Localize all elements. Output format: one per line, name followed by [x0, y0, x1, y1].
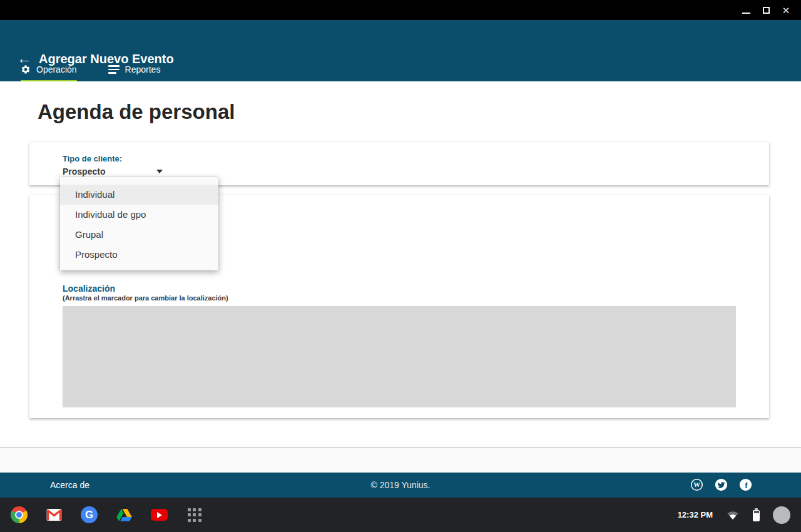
client-type-value: Prospecto [63, 166, 105, 176]
dropdown-option-individual-de-gpo[interactable]: Individual de gpo [60, 205, 218, 225]
app-header: ← Agregar Nuevo Evento Operación Reporte… [0, 20, 801, 81]
chrome-icon[interactable] [11, 506, 28, 523]
location-label: Localización [63, 284, 115, 294]
client-type-label: Tipo de cliente: [63, 154, 173, 163]
close-button[interactable]: ✕ [776, 0, 796, 20]
page-title: Agenda de personal [38, 100, 235, 124]
copyright-text: © 2019 Yunius. [0, 480, 801, 490]
minimize-button[interactable] [736, 0, 756, 20]
battery-icon [753, 510, 760, 521]
drive-icon[interactable] [116, 506, 133, 523]
wordpress-icon[interactable]: W [690, 478, 703, 491]
svg-text:f: f [745, 481, 748, 490]
avatar[interactable] [773, 506, 790, 524]
minimize-icon [742, 13, 750, 14]
tab-reportes[interactable]: Reportes [108, 64, 161, 81]
window-titlebar: ✕ [0, 0, 801, 20]
gmail-icon[interactable] [46, 506, 63, 523]
shelf-app-icons: G [11, 498, 203, 532]
dropdown-option-individual[interactable]: Individual [60, 185, 218, 205]
menu-lines-icon [108, 65, 120, 74]
wifi-icon [726, 508, 740, 522]
gear-icon [21, 64, 31, 74]
svg-text:W: W [693, 481, 700, 488]
location-hint: (Arrastra el marcador para cambiar la lo… [63, 294, 228, 302]
window-controls: ✕ [736, 0, 796, 20]
tab-bar: Operación Reportes [21, 64, 160, 81]
clock: 12:32 PM [678, 510, 713, 519]
tab-label: Operación [36, 64, 77, 74]
app-launcher-icon[interactable] [186, 506, 203, 523]
social-links: W f [690, 478, 752, 491]
google-g-glyph: G [85, 509, 93, 521]
tab-operacion[interactable]: Operación [21, 64, 77, 81]
footer: Acerca de © 2019 Yunius. W f [0, 473, 801, 498]
close-icon: ✕ [782, 6, 790, 15]
tab-label: Reportes [125, 64, 161, 74]
google-icon[interactable]: G [81, 506, 98, 523]
chromeos-shelf: G 12:32 PM [0, 498, 801, 532]
twitter-icon[interactable] [715, 478, 728, 491]
client-type-select[interactable]: Prospecto [63, 166, 173, 176]
youtube-body [151, 509, 168, 521]
dropdown-caret-icon [156, 170, 163, 173]
client-type-field: Tipo de cliente: Prospecto [63, 154, 173, 176]
back-button[interactable]: ← [17, 51, 31, 66]
dropdown-option-grupal[interactable]: Grupal [60, 225, 218, 245]
maximize-button[interactable] [756, 0, 776, 20]
maximize-icon [763, 7, 770, 14]
pre-footer-strip [0, 448, 801, 473]
status-tray[interactable]: 12:32 PM [678, 498, 790, 532]
dropdown-option-prospecto[interactable]: Prospecto [60, 245, 218, 265]
youtube-icon[interactable] [151, 506, 168, 523]
youtube-play-glyph [157, 512, 162, 518]
facebook-icon[interactable]: f [739, 478, 752, 491]
client-type-dropdown-menu: Individual Individual de gpo Grupal Pros… [60, 177, 218, 270]
map-canvas[interactable] [63, 306, 736, 407]
